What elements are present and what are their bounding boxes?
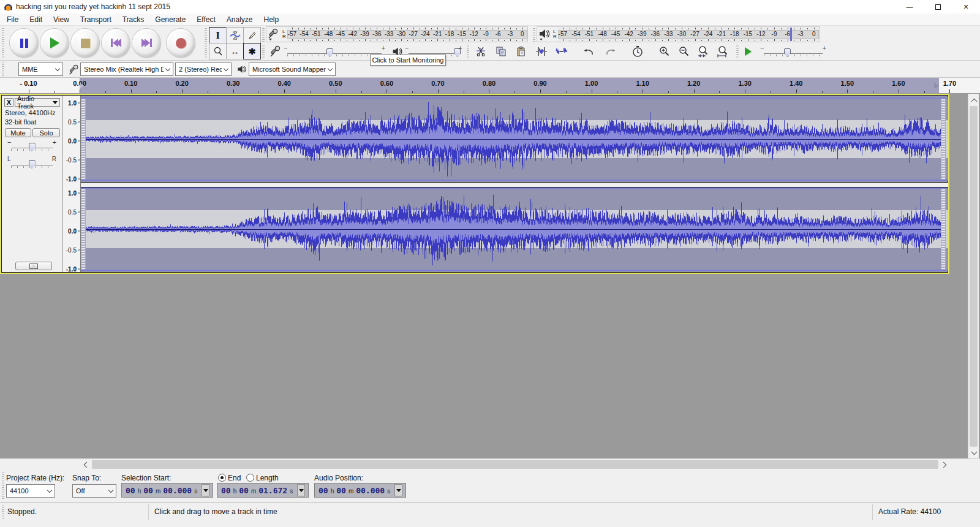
envelope-tool-button[interactable] <box>226 27 244 44</box>
menu-help[interactable]: Help <box>258 13 285 26</box>
tools-toolbar-grip[interactable] <box>205 28 207 58</box>
playback-speed-slider[interactable]: − + <box>760 45 827 59</box>
sync-lock-button[interactable] <box>628 44 647 59</box>
mixer-toolbar-grip[interactable] <box>262 45 265 58</box>
play-button[interactable] <box>40 29 69 57</box>
snap-to-select[interactable]: Off <box>72 484 116 498</box>
audio-host-select[interactable]: MME <box>18 63 63 76</box>
recording-meter-grip[interactable] <box>262 28 265 42</box>
length-radio[interactable] <box>246 474 254 482</box>
minutes-value[interactable]: 00 <box>336 486 346 495</box>
transcription-toolbar-grip[interactable] <box>736 45 739 58</box>
silence-audio-button[interactable] <box>552 44 571 59</box>
seconds-unit: s <box>290 488 293 495</box>
seconds-value[interactable]: 00.000 <box>356 486 385 495</box>
ruler-major-tick <box>643 89 643 93</box>
seconds-value[interactable]: 01.672 <box>258 486 287 495</box>
stop-button[interactable] <box>71 29 99 57</box>
menu-generate[interactable]: Generate <box>149 13 191 26</box>
track-collapse-button[interactable] <box>15 262 52 270</box>
recording-channels-select[interactable]: 2 (Stereo) Reco <box>175 63 232 76</box>
fit-project-button[interactable] <box>714 44 733 59</box>
length-radio-label[interactable]: Length <box>256 474 279 482</box>
selection-end-field[interactable]: 00h00m01.672s <box>217 483 309 498</box>
vertical-scroll-thumb[interactable] <box>970 106 978 447</box>
meter-tick <box>801 39 801 41</box>
menu-tracks[interactable]: Tracks <box>117 13 150 26</box>
menu-view[interactable]: View <box>48 13 75 26</box>
seconds-value[interactable]: 00.000 <box>163 486 192 495</box>
hours-value[interactable]: 00 <box>126 486 135 495</box>
timeline-ruler[interactable]: - 0.100.000.100.200.300.400.500.600.700.… <box>0 78 980 94</box>
scroll-up-button[interactable] <box>969 95 979 105</box>
fit-selection-button[interactable] <box>695 44 713 59</box>
speaker-meter-icon[interactable] <box>537 27 553 42</box>
menu-transport[interactable]: Transport <box>75 13 117 26</box>
undo-button[interactable] <box>579 44 598 59</box>
record-button[interactable] <box>167 29 195 57</box>
horizontal-scroll-thumb[interactable] <box>92 460 938 469</box>
zoom-out-button[interactable] <box>675 44 693 59</box>
mute-button[interactable]: Mute <box>5 128 31 137</box>
track-pan-slider[interactable]: L R <box>7 157 57 170</box>
zoom-tool-button[interactable] <box>209 43 227 59</box>
ruler-time-label: 0.40 <box>278 80 291 87</box>
audio-position-field[interactable]: 00h00m00.000s <box>314 483 406 498</box>
track-close-button[interactable]: X <box>4 98 13 107</box>
cut-button[interactable] <box>472 44 490 59</box>
project-rate-select[interactable]: 44100 <box>6 484 55 498</box>
track-menu-button[interactable]: Audio Track <box>15 98 60 107</box>
device-toolbar-grip[interactable] <box>2 63 4 76</box>
menu-file[interactable]: File <box>1 13 24 26</box>
hours-value[interactable]: 00 <box>318 486 328 495</box>
skip-to-start-button[interactable] <box>102 29 130 57</box>
vertical-ruler[interactable]: 1.00.50.0-0.5-1.01.00.50.0-0.5-1.0 <box>62 96 81 272</box>
menu-analyze[interactable]: Analyze <box>221 13 258 26</box>
paste-button[interactable] <box>512 44 530 59</box>
pause-button[interactable] <box>10 29 38 57</box>
close-button[interactable]: ✕ <box>952 0 980 13</box>
menu-effect[interactable]: Effect <box>191 13 221 26</box>
vertical-scrollbar[interactable] <box>968 94 979 458</box>
waveform-channel-left[interactable] <box>81 97 948 181</box>
minutes-value[interactable]: 00 <box>239 486 249 495</box>
draw-tool-button[interactable] <box>243 27 261 44</box>
scroll-down-button[interactable] <box>969 447 979 457</box>
microphone-meter-icon[interactable] <box>266 27 282 42</box>
trim-audio-button[interactable] <box>532 44 551 59</box>
minutes-value[interactable]: 00 <box>143 486 153 495</box>
playback-device-select[interactable]: Microsoft Sound Mapper - <box>249 63 336 76</box>
skip-to-end-button[interactable] <box>132 29 160 57</box>
selection-toolbar-grip[interactable] <box>2 472 4 499</box>
scroll-left-button[interactable] <box>81 460 91 469</box>
hours-value[interactable]: 00 <box>221 486 231 495</box>
play-at-speed-button[interactable] <box>740 44 756 59</box>
edit-toolbar-grip[interactable] <box>467 45 469 58</box>
multi-tool-button[interactable]: ✱ <box>243 43 261 59</box>
waveform-channel-right[interactable] <box>81 188 948 271</box>
playback-meter-grip[interactable] <box>533 28 535 42</box>
recording-device-select[interactable]: Stereo Mix (Realtek High D <box>80 63 173 76</box>
redo-button[interactable] <box>601 44 620 59</box>
timeshift-tool-button[interactable]: ↔ <box>226 43 244 59</box>
copy-button[interactable] <box>492 44 510 59</box>
time-format-dropdown[interactable] <box>394 484 402 496</box>
maximize-button[interactable] <box>924 0 952 13</box>
playback-meter[interactable]: L R -57-54-51-48-45-42-39-36-33-30-27-24… <box>537 26 820 42</box>
transport-toolbar-grip[interactable] <box>2 28 4 58</box>
zoom-in-button[interactable] <box>655 44 674 59</box>
selection-tool-button[interactable]: I <box>209 27 227 44</box>
selection-start-field[interactable]: 00h00m00.000s <box>121 483 213 498</box>
end-radio[interactable] <box>218 474 226 482</box>
horizontal-scrollbar[interactable] <box>0 458 980 469</box>
end-radio-label[interactable]: End <box>228 474 241 482</box>
time-format-dropdown[interactable] <box>297 484 305 496</box>
recording-meter[interactable]: L R -57-54-51-48-45-42-39-36-33-30-27-24… <box>266 26 528 42</box>
actual-rate: Actual Rate: 44100 <box>878 507 941 516</box>
scroll-right-button[interactable] <box>940 460 949 469</box>
solo-button[interactable]: Solo <box>32 128 60 137</box>
time-format-dropdown[interactable] <box>202 484 209 496</box>
track-gain-slider[interactable]: − + <box>7 140 57 153</box>
minimize-button[interactable]: — <box>895 0 924 13</box>
menu-edit[interactable]: Edit <box>24 13 48 26</box>
